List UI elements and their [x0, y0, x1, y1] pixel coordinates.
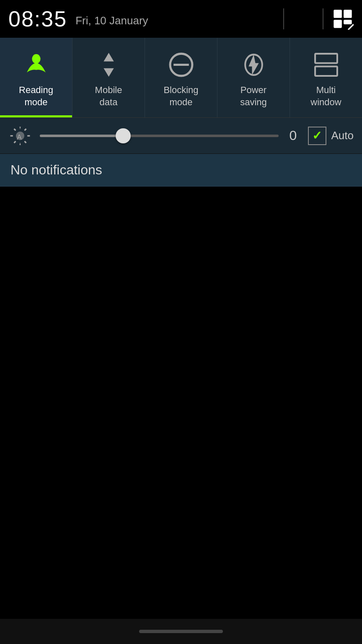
svg-rect-3 — [344, 20, 352, 24]
divider-1 — [283, 8, 284, 29]
auto-brightness-toggle[interactable]: ✓ Auto — [308, 127, 354, 145]
svg-marker-7 — [103, 53, 114, 61]
auto-label: Auto — [331, 129, 354, 142]
tile-power-saving[interactable]: Power saving — [217, 38, 290, 117]
multiwindow-icon — [332, 8, 354, 30]
multi-window-icon — [311, 50, 341, 79]
blocking-mode-icon — [166, 50, 196, 79]
multiwindow-button[interactable] — [332, 8, 354, 30]
quick-settings-panel: Reading mode Mobile data Blocking mo — [0, 38, 362, 118]
tile-reading-mode-label: Reading mode — [19, 84, 53, 108]
brightness-slider-thumb[interactable] — [116, 128, 131, 143]
mobile-data-icon — [94, 50, 123, 79]
brightness-value: 0 — [287, 128, 300, 143]
tile-blocking-mode-label: Blocking mode — [163, 84, 198, 108]
checkmark-icon: ✓ — [312, 129, 322, 143]
reading-mode-icon — [21, 50, 51, 79]
svg-rect-0 — [334, 10, 342, 18]
settings-button[interactable] — [292, 8, 314, 30]
empty-notifications-area — [0, 187, 362, 621]
tile-mobile-data-label: Mobile data — [95, 84, 122, 108]
brightness-row: A 0 ✓ Auto — [0, 118, 362, 154]
notifications-header: No notifications — [0, 154, 362, 187]
tile-blocking-mode[interactable]: Blocking mode — [145, 38, 217, 117]
brightness-slider-fill — [40, 135, 123, 137]
tile-reading-mode[interactable]: Reading mode — [0, 38, 72, 117]
bottom-home-indicator — [139, 630, 223, 633]
bottom-navigation-bar — [0, 619, 362, 644]
tile-multi-window[interactable]: Multi window — [290, 38, 362, 117]
tile-power-saving-label: Power saving — [240, 84, 267, 108]
brightness-slider[interactable] — [40, 135, 279, 137]
tile-indicator-4 — [217, 115, 290, 117]
svg-rect-12 — [315, 66, 337, 75]
power-saving-icon — [239, 50, 268, 79]
no-notifications-text: No notifications — [10, 162, 102, 177]
gear-icon — [292, 8, 314, 30]
auto-checkbox[interactable]: ✓ — [308, 127, 326, 145]
svg-rect-2 — [334, 20, 342, 28]
tile-indicator-3 — [145, 115, 217, 117]
status-date: Fri, 10 January — [75, 14, 148, 27]
tile-multi-window-label: Multi window — [310, 84, 341, 108]
svg-rect-11 — [315, 54, 337, 63]
divider-2 — [323, 8, 323, 29]
tile-active-indicator — [0, 115, 72, 117]
status-bar: 08:35 Fri, 10 January — [0, 0, 362, 38]
status-icons — [283, 8, 354, 30]
svg-rect-1 — [344, 10, 352, 18]
status-time: 08:35 — [8, 6, 67, 31]
tile-indicator-2 — [72, 115, 145, 117]
svg-point-6 — [32, 54, 40, 63]
tile-mobile-data[interactable]: Mobile data — [72, 38, 145, 117]
brightness-settings-icon[interactable]: A — [8, 124, 31, 147]
svg-marker-8 — [103, 68, 114, 77]
svg-text:A: A — [17, 133, 22, 141]
tile-indicator-5 — [290, 115, 362, 117]
